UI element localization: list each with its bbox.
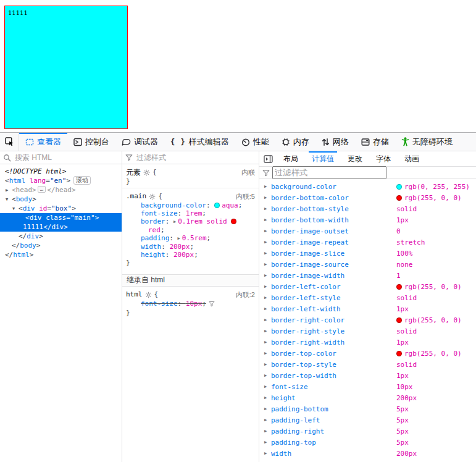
css-declaration[interactable]: width: 200px; [126, 243, 256, 251]
expand-arrow-icon[interactable]: ▶ [264, 384, 271, 389]
computed-property-row[interactable]: ▶border-left-width1px [259, 303, 476, 314]
selector-highlighter-icon[interactable] [145, 292, 152, 298]
scroll-badge[interactable]: 滚动 [73, 176, 91, 185]
tab-accessibility[interactable]: 无障碍环境 [395, 133, 459, 151]
expand-arrow-icon[interactable]: ▶ [264, 440, 271, 445]
computed-property-row[interactable]: ▶width200px [259, 448, 476, 459]
computed-property-row[interactable]: ▶border-image-slice100% [259, 248, 476, 259]
markup-node[interactable]: ▼<body> [0, 195, 122, 204]
computed-property-row[interactable]: ▶padding-top5px [259, 437, 476, 448]
expand-arrow-icon[interactable]: ▶ [264, 395, 271, 400]
expand-arrow-icon[interactable]: ▶ [264, 418, 271, 422]
computed-property-row[interactable]: ▶font-size10px [259, 381, 476, 392]
expand-arrow-icon[interactable]: ▶ [264, 329, 271, 334]
expand-arrow-icon[interactable]: ▶ [264, 273, 271, 278]
markup-node[interactable]: ▶<head>…</head> [0, 185, 122, 195]
tab-debugger[interactable]: 调试器 [115, 133, 164, 151]
rule-source-link[interactable]: 内联:5 [236, 192, 255, 201]
computed-property-row[interactable]: ▶border-image-repeatstretch [259, 237, 476, 248]
expand-arrow-icon[interactable]: ▶ [264, 351, 271, 356]
tab-storage[interactable]: 存储 [355, 133, 395, 151]
rule-selector[interactable]: 元素 [126, 167, 141, 177]
sidebar-tab-computed[interactable]: 计算值 [305, 151, 341, 166]
expand-arrow-icon[interactable]: ▼ [12, 204, 15, 214]
expand-arrow-icon[interactable]: ▶ [264, 184, 271, 189]
tab-styleeditor[interactable]: { } 样式编辑器 [164, 133, 235, 151]
expand-arrow-icon[interactable]: ▶ [264, 317, 271, 322]
markup-node[interactable]: <div class="main"> [0, 213, 122, 222]
computed-property-row[interactable]: ▶border-right-width1px [259, 337, 476, 348]
expand-arrow-icon[interactable]: ▶ [264, 451, 271, 456]
expand-arrow-icon[interactable]: ▶ [264, 306, 271, 311]
sidebar-tab-fonts[interactable]: 字体 [369, 151, 398, 166]
sidebar-toggle-button[interactable] [259, 151, 277, 166]
rule-element-style[interactable]: 元素 { 内联 } [122, 164, 259, 188]
computed-property-row[interactable]: ▶border-bottom-colorrgb(255, 0, 0) [259, 192, 476, 203]
collapsed-content-badge[interactable]: … [38, 186, 46, 193]
computed-property-row[interactable]: ▶height200px [259, 392, 476, 403]
rule-selector[interactable]: .main [126, 191, 146, 201]
markup-node[interactable]: <!DOCTYPE html> [0, 167, 122, 176]
sidebar-tab-layout[interactable]: 布局 [277, 151, 305, 166]
rules-filter-input[interactable] [135, 153, 256, 162]
computed-property-row[interactable]: ▶border-right-colorrgb(255, 0, 0) [259, 314, 476, 326]
rule-source-link[interactable]: 内联:2 [236, 290, 255, 300]
expand-arrow-icon[interactable]: ▶ [264, 373, 271, 378]
html-search-input[interactable] [14, 153, 119, 162]
computed-property-row[interactable]: ▶border-bottom-width1px [259, 214, 476, 225]
expand-arrow-icon[interactable]: ▶ [264, 340, 271, 345]
markup-node[interactable]: </div> [0, 232, 122, 241]
tab-memory[interactable]: 内存 [275, 133, 315, 151]
css-declaration[interactable]: font-size: 10px; [126, 300, 256, 309]
markup-node[interactable]: 11111</div> [0, 222, 122, 232]
expand-arrow-icon[interactable]: ▶ [264, 251, 271, 256]
computed-property-row[interactable]: ▶border-bottom-stylesolid [259, 203, 476, 214]
overridden-filter-icon[interactable] [209, 301, 215, 309]
color-swatch[interactable] [214, 203, 220, 208]
computed-property-row[interactable]: ▶border-left-stylesolid [259, 292, 476, 303]
sidebar-tab-changes[interactable]: 更改 [341, 151, 369, 166]
computed-property-row[interactable]: ▶padding-right5px [259, 426, 476, 437]
markup-node[interactable]: <html lang="en">滚动 [0, 176, 122, 185]
computed-property-row[interactable]: ▶border-image-width1 [259, 270, 476, 281]
sidebar-tab-animations[interactable]: 动画 [398, 151, 426, 166]
pick-element-button[interactable] [0, 133, 19, 151]
tab-performance[interactable]: 性能 [235, 133, 275, 151]
computed-filter-input[interactable] [272, 166, 386, 179]
computed-property-row[interactable]: ▶border-image-outset0 [259, 225, 476, 237]
rule-source-link[interactable]: 内联 [241, 168, 255, 177]
expand-shorthand-icon[interactable]: ▶ [173, 218, 176, 226]
css-declaration[interactable]: background-color: aqua; [126, 201, 256, 209]
css-declaration[interactable]: height: 200px; [126, 251, 256, 259]
computed-property-row[interactable]: ▶border-top-colorrgb(255, 0, 0) [259, 348, 476, 359]
rule-selector[interactable]: html [126, 290, 143, 300]
expand-shorthand-icon[interactable]: ▶ [178, 235, 180, 243]
expand-arrow-icon[interactable]: ▶ [264, 240, 271, 245]
expand-arrow-icon[interactable]: ▶ [264, 406, 271, 411]
css-declaration[interactable]: red; [126, 226, 256, 234]
computed-property-row[interactable]: ▶border-image-sourcenone [259, 259, 476, 270]
css-declaration[interactable]: border: ▶0.1rem solid [126, 217, 256, 226]
computed-property-row[interactable]: ▶background-colorrgb(0, 255, 255) [259, 181, 476, 192]
computed-property-row[interactable]: ▶padding-left5px [259, 414, 476, 426]
selector-highlighter-icon[interactable] [149, 193, 156, 200]
expand-arrow-icon[interactable]: ▶ [264, 217, 271, 222]
expand-arrow-icon[interactable]: ▶ [264, 284, 271, 289]
expand-arrow-icon[interactable]: ▶ [264, 262, 271, 267]
rule-main-class[interactable]: .main { 内联:5 background-color: aqua;font… [122, 188, 259, 269]
color-swatch[interactable] [231, 219, 236, 224]
computed-property-row[interactable]: ▶padding-bottom5px [259, 403, 476, 414]
expand-arrow-icon[interactable]: ▶ [264, 429, 271, 434]
tab-inspector[interactable]: 查看器 [19, 133, 67, 151]
markup-node[interactable]: ▼<div id="box"> [0, 204, 122, 213]
expand-arrow-icon[interactable]: ▶ [6, 186, 8, 195]
computed-property-row[interactable]: ▶border-right-stylesolid [259, 326, 476, 337]
computed-property-row[interactable]: ▶border-top-width1px [259, 370, 476, 381]
computed-property-row[interactable]: ▶border-top-stylesolid [259, 359, 476, 370]
rule-html-inherited[interactable]: html { 内联:2 font-size: 10px; } [122, 287, 259, 319]
tab-console[interactable]: 控制台 [67, 133, 115, 151]
expand-arrow-icon[interactable]: ▼ [6, 195, 8, 204]
expand-arrow-icon[interactable]: ▶ [264, 195, 271, 200]
css-declaration[interactable]: padding: ▶0.5rem; [126, 234, 256, 243]
expand-arrow-icon[interactable]: ▶ [264, 229, 271, 233]
